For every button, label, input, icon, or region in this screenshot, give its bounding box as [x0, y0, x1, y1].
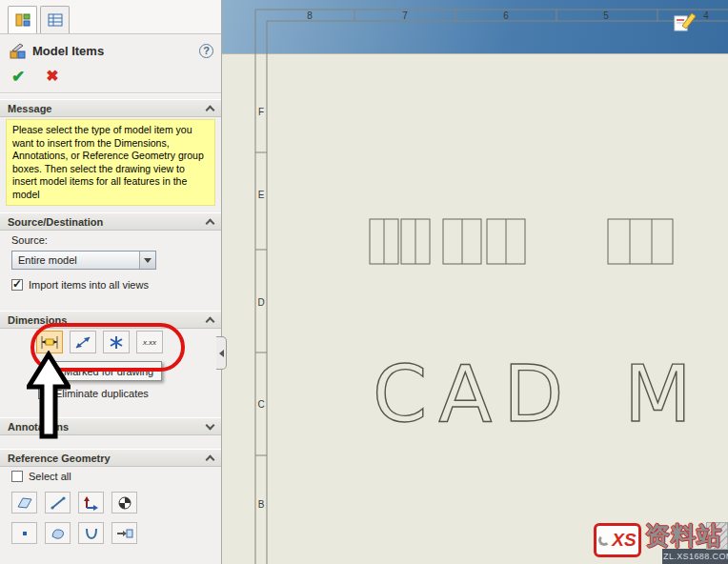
reference-geometry-section-label: Reference Geometry	[8, 453, 111, 464]
chevron-down-icon	[206, 420, 215, 430]
watermark-logo: XS	[594, 523, 641, 557]
origin-icon	[83, 495, 100, 511]
tab-tables[interactable]	[40, 6, 70, 33]
ref-curves-button[interactable]	[78, 522, 104, 544]
ok-button[interactable]: ✔	[11, 67, 25, 87]
chevron-up-icon	[206, 316, 215, 326]
ref-points-button[interactable]	[11, 522, 37, 544]
ref-routing-points-button[interactable]	[111, 522, 137, 544]
import-all-views-label: Import items into all views	[29, 279, 149, 291]
surface-icon	[50, 526, 67, 541]
cancel-button[interactable]: ✖	[46, 67, 58, 87]
message-box: Please select the type of model item you…	[6, 119, 215, 206]
routing-point-icon	[116, 526, 133, 541]
panel-title: Model Items	[32, 44, 199, 58]
tab-property-manager[interactable]	[8, 6, 37, 33]
panel-splitter-handle[interactable]	[216, 336, 227, 370]
drawing-area[interactable]: 8 7 6 5 4 F E D C B	[222, 0, 728, 564]
swoosh-icon	[598, 534, 610, 546]
ref-axes-button[interactable]	[45, 492, 71, 514]
import-all-views-checkbox[interactable]	[11, 279, 23, 291]
source-dropdown-value: Entire model	[18, 254, 77, 266]
edit-sheet-tool-icon	[673, 10, 698, 38]
divider	[0, 92, 221, 94]
message-section-header[interactable]: Message	[0, 99, 221, 117]
property-manager-tab-icon	[15, 12, 30, 28]
table-tab-icon	[48, 12, 63, 28]
black-arrow-annotation	[27, 351, 71, 440]
zone-row-label: D	[257, 297, 264, 308]
zone-column-label: 6	[503, 10, 509, 21]
sheet-graphics: 8 7 6 5 4 F E D C B	[222, 0, 728, 564]
import-all-views-checkbox-row[interactable]: Import items into all views	[11, 279, 149, 291]
dropdown-arrow-icon[interactable]	[139, 252, 155, 269]
sketch-text-m: M	[624, 349, 692, 439]
point-icon	[16, 526, 33, 541]
source-destination-section-label: Source/Destination	[8, 216, 103, 228]
zone-column-label: 4	[703, 10, 709, 21]
axis-icon	[50, 495, 67, 511]
zone-row-label: C	[257, 399, 264, 410]
select-all-label: Select all	[29, 471, 71, 482]
watermark-site-url: ZL.XS1688.COM	[663, 552, 728, 561]
select-all-checkbox-row[interactable]: Select all	[11, 471, 71, 482]
panel-tab-bar	[0, 0, 221, 34]
ref-center-of-mass-button[interactable]	[111, 492, 137, 514]
zone-column-label: 7	[402, 10, 408, 21]
source-label: Source:	[11, 234, 48, 246]
sketch-text-cad: CAD	[373, 349, 576, 439]
watermark-logo-text: XS	[612, 530, 636, 551]
ref-origins-button[interactable]	[78, 492, 104, 514]
ref-planes-button[interactable]	[11, 492, 37, 514]
zone-column-label: 8	[307, 10, 313, 21]
model-items-icon	[10, 43, 26, 59]
ref-surfaces-button[interactable]	[45, 522, 71, 544]
zone-row-label: F	[258, 107, 264, 117]
zone-column-label: 5	[603, 10, 609, 21]
center-of-mass-icon	[116, 495, 133, 511]
plane-icon	[16, 495, 33, 511]
source-destination-section-header[interactable]: Source/Destination	[0, 212, 221, 231]
help-icon[interactable]: ?	[199, 44, 213, 58]
watermark-site-name: 资料站	[645, 519, 722, 553]
chevron-up-icon	[206, 218, 215, 228]
property-manager-panel: Model Items ? ✔ ✖ Message Please select …	[0, 0, 222, 564]
reference-geometry-section-header[interactable]: Reference Geometry	[0, 449, 221, 467]
chevron-up-icon	[206, 105, 215, 114]
zone-row-label: E	[258, 190, 265, 200]
source-dropdown[interactable]: Entire model	[11, 251, 156, 270]
zone-row-label: B	[258, 499, 265, 510]
character-outline-boxes	[370, 219, 673, 264]
message-section-label: Message	[8, 103, 51, 114]
solidworks-window: Model Items ? ✔ ✖ Message Please select …	[0, 0, 728, 564]
chevron-up-icon	[206, 454, 215, 464]
select-all-checkbox[interactable]	[11, 471, 23, 482]
curve-icon	[83, 526, 100, 541]
